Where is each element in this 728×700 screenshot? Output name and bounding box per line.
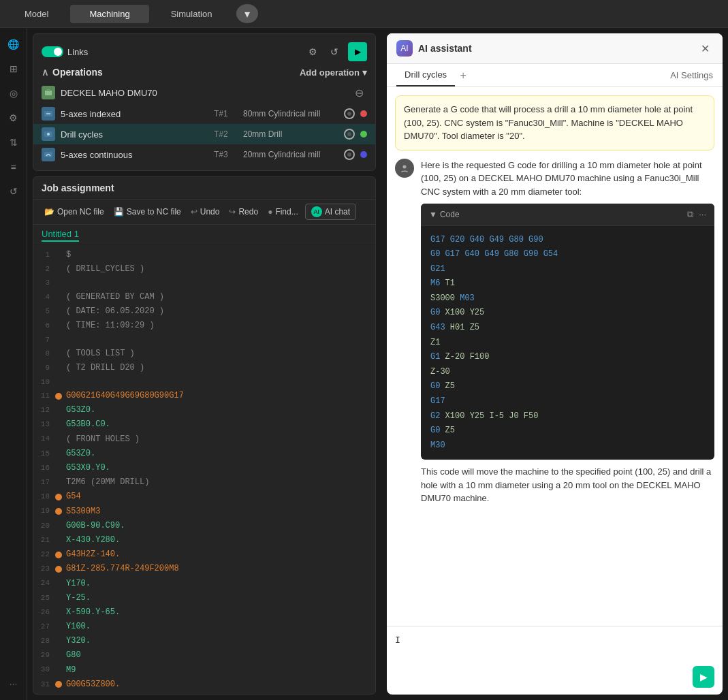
- op-tool-num-2: T#3: [214, 150, 238, 159]
- code-line-11: 11G00G21G40G49G69G80G90G17: [33, 389, 375, 403]
- line-number: 3: [33, 277, 55, 289]
- code-line-7: 7: [33, 334, 375, 347]
- code-line-31: 31G00G53Z800.: [33, 678, 375, 692]
- cursor-icon[interactable]: ◎: [3, 82, 25, 104]
- ai-settings-btn[interactable]: AI Settings: [670, 70, 713, 80]
- ai-logo: AI: [396, 40, 413, 57]
- line-dot: [55, 609, 62, 616]
- add-operation-btn[interactable]: Add operation ▾: [300, 67, 367, 78]
- line-dot: [55, 421, 62, 428]
- line-dot: [55, 379, 62, 385]
- toggle-track[interactable]: [42, 46, 63, 57]
- line-number: 15: [33, 448, 55, 460]
- code-line-13: 13G53B0.C0.: [33, 417, 375, 432]
- code-line-26: 26X-590.Y-65.: [33, 605, 375, 620]
- line-dot: [55, 450, 62, 457]
- code-collapse-btn[interactable]: ▼ Code: [429, 208, 460, 221]
- redo-label: Redo: [238, 207, 258, 217]
- op-name-1: Drill cycles: [61, 129, 208, 140]
- left-panel: Links ⚙ ↺ ▶ ∧ Operations Add operation ▾: [27, 28, 381, 700]
- line-dot: [55, 552, 62, 558]
- find-btn[interactable]: ● Find...: [265, 206, 301, 218]
- line-dot: [55, 294, 62, 301]
- code-line-12: 12G53Z0.: [33, 403, 375, 417]
- line-dot: [55, 580, 62, 587]
- tab-simulation[interactable]: Simulation: [152, 5, 232, 23]
- tab-machining[interactable]: Machining: [70, 5, 148, 23]
- op-row-2[interactable]: 5-axes continuous T#3 20mm Cylindrical m…: [33, 144, 375, 165]
- line-code: G00B-90.C90.: [66, 520, 125, 532]
- op-row-0[interactable]: 5-axes indexed T#1 80mm Cylindrical mill: [33, 104, 375, 124]
- code-block-line: G2 X100 Y25 I-5 J0 F50: [430, 409, 705, 424]
- settings-icon[interactable]: ⚙: [3, 107, 25, 129]
- line-dot: [55, 280, 62, 287]
- line-code: $: [66, 249, 71, 261]
- ai-avatar: [395, 159, 414, 178]
- code-editor[interactable]: 1$2( DRILL_CYCLES )34( GENERATED BY CAM …: [33, 245, 375, 694]
- machine-minus-icon[interactable]: ⊖: [351, 84, 367, 101]
- code-block-line: G0 X100 Y25: [430, 306, 705, 321]
- op-target-0[interactable]: [344, 108, 355, 119]
- arrows-icon[interactable]: ⇅: [3, 131, 25, 153]
- sync-icon[interactable]: ↺: [3, 180, 25, 202]
- redo-btn[interactable]: ↪ Redo: [226, 206, 261, 218]
- op-target-1[interactable]: [344, 129, 355, 140]
- line-number: 6: [33, 320, 55, 332]
- settings-icon-btn[interactable]: ⚙: [304, 44, 321, 60]
- line-number: 30: [33, 664, 55, 676]
- line-number: 2: [33, 264, 55, 276]
- ai-input[interactable]: I: [395, 633, 693, 688]
- open-nc-btn[interactable]: 📂 Open NC file: [42, 206, 107, 218]
- nav-dropdown-btn[interactable]: ▾: [236, 4, 258, 23]
- refresh-icon-btn[interactable]: ↺: [326, 44, 343, 60]
- op-target-2[interactable]: [344, 149, 355, 160]
- filter-icon[interactable]: ≡: [3, 156, 25, 178]
- line-number: 25: [33, 592, 55, 605]
- ai-chat-btn[interactable]: AI AI chat: [305, 204, 356, 220]
- close-btn[interactable]: ✕: [697, 40, 713, 57]
- open-file-icon: 📂: [44, 207, 54, 217]
- line-code: T2M6 (20MM DRILL): [66, 476, 149, 489]
- code-block-line: Z1: [430, 336, 705, 351]
- line-code: G81Z-285.774R-249F200M8: [66, 562, 179, 575]
- copy-code-btn[interactable]: ⧉: [687, 208, 693, 221]
- line-number: 4: [33, 291, 55, 304]
- line-dot: [55, 594, 62, 601]
- line-dot: [55, 566, 62, 573]
- code-line-8: 8( TOOLS LIST ): [33, 347, 375, 361]
- top-nav: Model Machining Simulation ▾: [0, 0, 728, 28]
- line-number: 32: [33, 693, 55, 694]
- line-dot: [55, 393, 62, 400]
- ai-message-content: Here is the requested G code for drillin…: [421, 159, 714, 505]
- play-btn[interactable]: ▶: [348, 42, 367, 61]
- code-line-25: 25Y-25.: [33, 591, 375, 605]
- save-nc-btn[interactable]: 💾 Save to NC file: [111, 206, 184, 218]
- line-dot: [55, 681, 62, 688]
- code-line-4: 4( GENERATED BY CAM ): [33, 290, 375, 304]
- code-line-19: 19S5300M3: [33, 505, 375, 519]
- line-number: 13: [33, 419, 55, 431]
- line-dot: [55, 667, 62, 673]
- more-code-btn[interactable]: ···: [699, 208, 706, 221]
- undo-btn[interactable]: ↩ Undo: [188, 206, 223, 218]
- line-dot: [55, 652, 62, 659]
- line-number: 21: [33, 535, 55, 547]
- tab-model[interactable]: Model: [5, 5, 67, 23]
- ai-send-btn[interactable]: ▶: [693, 666, 714, 688]
- op-name-0: 5-axes indexed: [61, 109, 208, 119]
- links-toggle[interactable]: Links: [42, 46, 88, 57]
- op-row-1[interactable]: Drill cycles T#2 20mm Drill: [33, 124, 375, 144]
- line-code: G53Z0.: [66, 447, 95, 460]
- code-line-16: 16G53X0.Y0.: [33, 461, 375, 475]
- code-block-line: M6 T1: [430, 276, 705, 291]
- line-number: 10: [33, 377, 55, 389]
- line-dot: [55, 494, 62, 500]
- tab-add-btn[interactable]: +: [455, 67, 471, 84]
- more-icon[interactable]: ···: [3, 673, 25, 695]
- code-block-header: ▼ Code ⧉ ···: [421, 204, 714, 226]
- collapse-icon[interactable]: ∧: [42, 67, 48, 78]
- grid-icon[interactable]: ⊞: [3, 58, 25, 80]
- code-block-line: G43 H01 Z5: [430, 321, 705, 336]
- globe-icon[interactable]: 🌐: [3, 33, 25, 55]
- tab-drill-cycles[interactable]: Drill cycles: [396, 64, 455, 86]
